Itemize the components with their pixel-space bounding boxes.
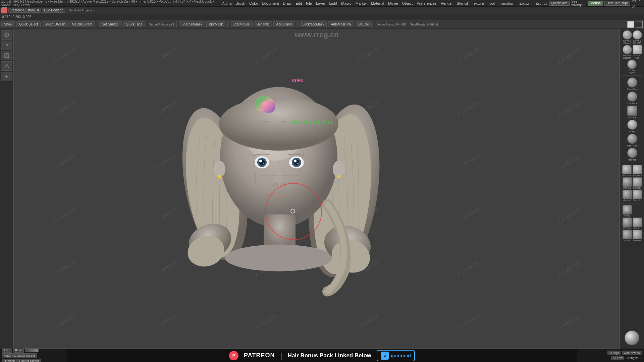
tool-acthi[interactable]: ActHi: [623, 230, 632, 242]
menu-preferences[interactable]: Preferences: [415, 1, 438, 6]
double-button[interactable]: Double: [356, 21, 372, 27]
set-subtool-button[interactable]: Set Subtool: [99, 21, 122, 27]
tool-move1-basicm[interactable]: Move 1 BasicM: [633, 30, 642, 44]
trimdy-icon[interactable]: [627, 106, 637, 116]
live-boolean-button[interactable]: Live Boolean: [42, 8, 65, 13]
aahpl-icon[interactable]: AA: [623, 205, 632, 215]
pivot-button[interactable]: Pivot: [2, 348, 12, 353]
move-e-icon[interactable]: [623, 45, 632, 54]
left-btn-4[interactable]: [1, 61, 12, 71]
default-script-button[interactable]: DefaultZScript: [604, 1, 630, 6]
navigation-sphere[interactable]: [625, 330, 639, 345]
sd-ham-icon[interactable]: [633, 165, 642, 174]
blur-mask-button[interactable]: BlurMask: [206, 21, 226, 27]
left-btn-5[interactable]: [1, 72, 12, 81]
tool-damsta[interactable]: DamSta: [621, 77, 643, 91]
accu-curve-button[interactable]: AccuCurve: [273, 21, 295, 27]
move1-basicm-icon[interactable]: [633, 30, 642, 40]
tool-selectl[interactable]: SelectL: [633, 177, 642, 189]
all-high-button[interactable]: All High: [607, 351, 621, 355]
menu-object[interactable]: Object: [400, 1, 415, 6]
tool-trimdy[interactable]: TrimDy: [621, 106, 643, 119]
auto-mask-pg-button[interactable]: AutoMask PG: [328, 21, 354, 27]
clipcur-icon[interactable]: [623, 218, 632, 227]
damsta-icon[interactable]: [627, 77, 637, 87]
menu-stencil[interactable]: Stencil: [455, 1, 470, 6]
smart-dmesh-button[interactable]: Smart DMesh: [42, 21, 68, 27]
lazy-mouse-button[interactable]: LazyMouse: [230, 21, 252, 27]
viewport[interactable]: www.rrcg.cn 人人素材社区 人人素材社区 人人素材社区 人人素材社区 …: [13, 29, 620, 349]
masterp-icon[interactable]: [623, 190, 632, 199]
acthi-icon[interactable]: [623, 230, 632, 239]
menu-brush[interactable]: Brush: [234, 1, 247, 6]
quick-select-button[interactable]: Quick Select: [16, 21, 41, 27]
menu-zscript[interactable]: Zscript: [534, 1, 548, 6]
tool-zoom[interactable]: Zoom: [633, 218, 642, 229]
menu-texture[interactable]: Texture: [470, 1, 486, 6]
inflat-icon[interactable]: [627, 120, 637, 130]
match-current-button[interactable]: MatchCurrent: [69, 21, 95, 27]
menu-movie[interactable]: Movie: [386, 1, 399, 6]
tool-selectl2[interactable]: SelectL: [633, 190, 642, 201]
tool-hairtul[interactable]: HairTul: [621, 148, 643, 161]
floor-button[interactable]: Floor: [13, 348, 24, 353]
menu-alpha[interactable]: Alpha: [220, 1, 233, 6]
tool-stanflt[interactable]: Stan.Flt Cld: [633, 45, 642, 59]
menu-color[interactable]: Color: [248, 1, 260, 6]
maskla-icon[interactable]: [623, 177, 632, 187]
tool-masterp2[interactable]: MasterP: [633, 230, 642, 242]
color-swatch[interactable]: [1, 7, 7, 13]
orb-crz-icon[interactable]: [627, 134, 637, 144]
menu-file[interactable]: File: [304, 1, 314, 6]
zoom-icon[interactable]: [633, 218, 642, 227]
claybui-icon[interactable]: [627, 92, 637, 102]
tool-clipcur[interactable]: ClipCur: [623, 218, 632, 229]
tool-move1-ballmc[interactable]: Move 1 BallMc: [623, 30, 632, 44]
wax-preview-button[interactable]: WaxPreview: [622, 351, 642, 355]
all-low-button[interactable]: All Low: [611, 356, 624, 360]
tool-orb-crz[interactable]: Orb_Crz: [621, 134, 643, 147]
left-btn-3[interactable]: [1, 51, 12, 60]
menu-material[interactable]: Material: [369, 1, 386, 6]
selectl-icon[interactable]: [633, 177, 642, 187]
menus-button[interactable]: Menus: [588, 1, 603, 6]
left-btn-1[interactable]: [1, 30, 12, 40]
menu-render[interactable]: Render: [439, 1, 454, 6]
sharpen-mask-button[interactable]: SharpenMask: [179, 21, 205, 27]
move1-ballmc-icon[interactable]: [623, 30, 632, 40]
tool-move-e[interactable]: Move E BasicM: [623, 45, 632, 59]
pinch-icon[interactable]: [627, 60, 637, 69]
menu-transform[interactable]: Transform: [497, 1, 517, 6]
slider-bar[interactable]: [25, 349, 39, 352]
stanflt-icon[interactable]: [633, 45, 642, 54]
show-button[interactable]: Show: [1, 21, 15, 27]
quick-save-button[interactable]: QuickSave: [549, 1, 570, 6]
tool-pinch[interactable]: Pinch ToyPla: [627, 60, 637, 74]
color-box-dark[interactable]: [636, 21, 643, 28]
masterp2-icon[interactable]: [633, 230, 642, 239]
sd-soft-icon[interactable]: [622, 165, 632, 174]
menu-macro[interactable]: Macro: [339, 1, 353, 6]
hairtul-icon[interactable]: [627, 148, 637, 158]
tool-inflat[interactable]: Inflat: [621, 120, 643, 133]
menu-zplugin[interactable]: Zplugin: [518, 1, 533, 6]
tool-sd-ham[interactable]: SD_Ham: [632, 165, 642, 177]
left-btn-2[interactable]: ⟲: [1, 41, 12, 50]
restore-custom-ui-button[interactable]: Restore Custom UI: [8, 8, 41, 13]
quick-hide-button[interactable]: Quick Hide: [123, 21, 145, 27]
menu-edit[interactable]: Edit: [294, 1, 304, 6]
menu-tool[interactable]: Tool: [486, 1, 496, 6]
color-box-light[interactable]: [627, 21, 634, 28]
tool-maskla[interactable]: MaskLa: [623, 177, 632, 189]
mask-pg-button[interactable]: Mask PG Under Cursor: [2, 353, 37, 358]
menu-light[interactable]: Light: [327, 1, 339, 6]
tool-sd-soft[interactable]: SD_Soft: [622, 165, 632, 177]
unmask-pg-button[interactable]: Unmask PG Under Cursor: [2, 359, 41, 362]
tool-aahpl[interactable]: AA AAHpl: [623, 205, 632, 217]
selectl2-icon[interactable]: [633, 190, 642, 199]
menu-layer[interactable]: Layer: [314, 1, 327, 6]
tool-masterp[interactable]: MasterP: [623, 190, 632, 201]
menu-draw[interactable]: Draw: [281, 1, 293, 6]
tool-claybui[interactable]: ClayBui: [621, 92, 643, 105]
menu-marker[interactable]: Marker: [354, 1, 369, 6]
